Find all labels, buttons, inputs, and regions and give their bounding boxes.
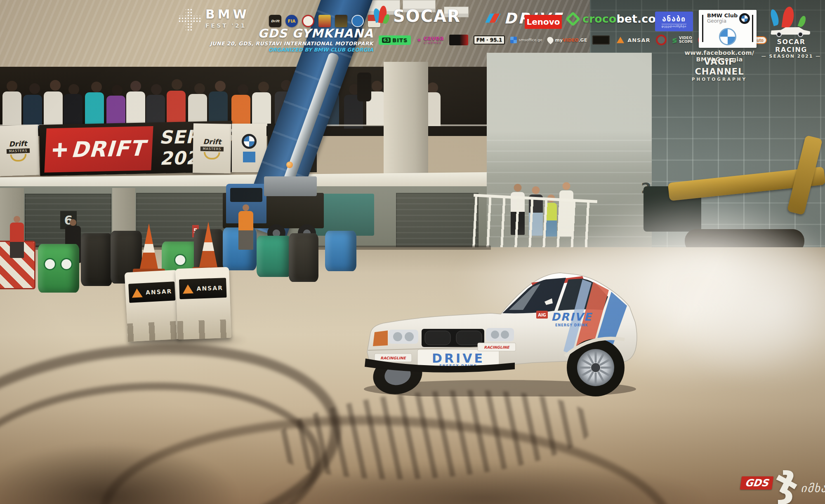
socar-logo: SOCAR [373,6,461,26]
flame-blue [769,9,780,26]
gold-arc [10,154,27,162]
gd-circle-logo [656,35,667,45]
event-title: GDS GYMKHANA [198,27,373,40]
drive-arrow-icon [488,14,502,23]
card-bar-right [752,15,753,42]
drift-car: AIG DRIVE ENERGY DRINK DRIVE ENERGY DRIN… [360,252,640,396]
ansar-sponsor-logo: ANSAR [615,35,650,45]
drift-masters-text: Drift [9,139,27,148]
socar-text: SOCAR [393,7,461,26]
tire-mark-patch [0,443,239,504]
bmw-club-card: BMW Club Georgia [699,10,757,48]
aig-text: AIG [538,313,546,317]
ansar-barrier-block: ANSAR [125,270,181,342]
building-pillar [384,62,428,190]
headlight-left [389,330,418,344]
federation-badge-blue [351,15,364,27]
drift-masters-banner-left: Drift MASTERS [0,124,40,176]
svg-text:RACINGLINE: RACINGLINE [380,356,406,360]
drift-red-block: DRIFT [44,126,153,172]
cavea-star-icon: ✶ [416,36,422,44]
drift-masters-banner-right: Drift MASTERS [193,123,231,173]
georgian-letter: ჯ [775,462,798,500]
event-subtitle: JUNE 20, GDS, RUSTAVI INTERNATIONAL MOTO… [198,40,373,47]
smsoffice-icon [510,37,517,43]
ansar-plate: ANSAR [179,278,227,299]
crane-base [264,176,317,196]
anabi-title: ანაბი [662,15,686,23]
socar-racing-logo: SOCAR RACING — SEASON 2021 — [760,7,823,59]
kidney-grille-right [456,331,482,345]
bmw-fest-plus-icon [178,8,200,30]
gds-badge: GDS [740,476,773,490]
bmw-fest-bmw: BMW [205,8,250,21]
crane-warning-lamp [286,162,293,168]
ansar-logo-icon [132,288,143,298]
kidney-grille-left [425,331,450,345]
myvideo-drop-icon [546,35,555,44]
teal-barrel [257,236,291,277]
bmw-club-emblem-icon [719,28,736,45]
banner-drift-text: DRIFT [71,136,145,162]
ansar-plate: ANSAR [128,281,175,303]
federation-badge-round [302,15,314,27]
marshal-orange-vest [238,211,253,250]
headlight-lens [405,332,414,341]
dark-barrel [81,233,112,286]
card-bar-left [702,15,703,42]
green-barrel [38,244,79,293]
smsoffice-logo: smsoffice.ge [510,37,542,43]
gds-watermark: GDS ჯ იმხანა [741,462,825,500]
blue-square-icon [243,152,255,162]
recycle-badge-icon [174,254,186,266]
georgian-word: იმხანა [801,482,825,495]
truck-window [230,188,262,202]
dark-barrel [289,233,318,282]
socar-racing-season: — SEASON 2021 — [760,54,823,59]
ansar-logo-icon [182,284,193,294]
crowd-heads [7,81,17,91]
fia-badge: FIA [285,15,298,27]
ansar-triangle-icon [617,37,624,43]
bumper-drive-text: DRIVE [432,351,485,366]
svg-text:RACINGLINE: RACINGLINE [484,345,510,349]
photographer-credit: VAGiF CHANNEL PHOTOGRAPHY [678,57,761,82]
blue-barrel [325,231,356,271]
crocobet-logo: crocobet.com [568,12,667,25]
person-red-shirt [10,223,24,258]
socar-racing-art [760,7,823,38]
anabi-sub: დეველოპმენტი [662,24,686,28]
videoscope-chevron-icon: ≶ [672,36,677,44]
event-organizer: ORGANIZED BY BMW CLUB GEORGIA [198,47,373,53]
federation-logos-row: Drift FIA [269,15,380,27]
race-car-silhouette [771,25,810,37]
socar-racing-text: SOCAR RACING [760,38,823,54]
headlight-lens [491,331,499,339]
cameraman-silhouette [357,73,371,101]
event-title-block: GDS GYMKHANA JUNE 20, GDS, RUSTAVI INTER… [198,27,373,53]
headlight-lens [501,331,509,339]
drift-masters-badge: Drift [269,15,281,27]
bits-logo: 63 BITS [379,35,411,45]
headlight-right [486,328,514,341]
gold-arc [204,152,220,159]
door-energy-text: ENERGY DRINK [555,323,588,327]
crocobet-icon [566,11,581,26]
cavea-logo: ✶ cavea CINEMAS [416,35,444,45]
radio-logo [449,35,468,45]
crest-badge-gold [318,15,331,27]
photo-stage: Drift MASTERS DRIFT SERIES 2021 Drift MA… [0,0,825,504]
lenovo-logo: Lenovo [525,15,562,29]
bmw-roundel-icon [739,13,750,24]
recycle-badge-icon [60,258,73,270]
fm-radio-logo: FM · 95.1 [474,35,505,45]
anabi-logo: ანაბი დეველოპმენტი [655,12,693,31]
plus-icon [52,143,67,157]
georgian-script-logo [592,35,610,45]
race-car-wheel [776,32,782,37]
turn-signal-left [373,331,388,346]
croco-green-text: croco [582,12,616,25]
ansar-barrier-block: ANSAR [175,267,231,340]
race-car-wheel [798,32,803,37]
crest-badge-dark [335,15,347,27]
